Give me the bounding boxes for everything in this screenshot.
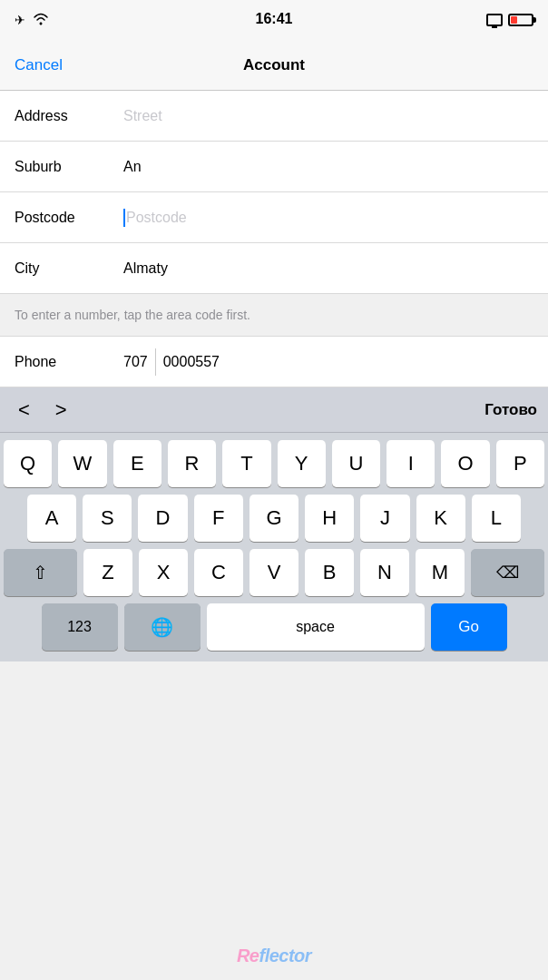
key-s[interactable]: S xyxy=(83,495,132,542)
battery-body xyxy=(508,14,533,26)
keyboard-toolbar: < > Готово xyxy=(0,387,548,433)
cancel-button[interactable]: Cancel xyxy=(15,56,63,74)
status-bar: ✈ 16:41 xyxy=(0,0,548,40)
keyboard-next-button[interactable]: > xyxy=(48,397,74,424)
key-c[interactable]: C xyxy=(194,549,243,596)
city-label: City xyxy=(15,260,123,277)
keyboard-row-2: A S D F G H J K L xyxy=(4,495,544,542)
key-h[interactable]: H xyxy=(305,495,354,542)
key-t[interactable]: T xyxy=(222,440,270,487)
key-n[interactable]: N xyxy=(360,549,409,596)
phone-number[interactable]: 0000557 xyxy=(163,354,220,370)
key-e[interactable]: E xyxy=(113,440,161,487)
suburb-value[interactable]: An xyxy=(123,159,533,175)
key-x[interactable]: X xyxy=(139,549,188,596)
key-v[interactable]: V xyxy=(250,549,298,596)
nav-bar: Cancel Account xyxy=(0,40,548,91)
phone-row[interactable]: Phone 707 0000557 xyxy=(0,337,548,387)
key-numbers[interactable]: 123 xyxy=(42,603,118,651)
suburb-row[interactable]: Suburb An xyxy=(0,142,548,192)
key-y[interactable]: Y xyxy=(278,440,326,487)
address-label: Address xyxy=(15,108,123,124)
battery-icon xyxy=(508,14,533,26)
keyboard-row-3: ⇧ Z X C V B N M ⌫ xyxy=(4,549,544,596)
key-o[interactable]: O xyxy=(441,440,489,487)
address-row[interactable]: Address Street xyxy=(0,91,548,142)
watermark-area: Reflector xyxy=(0,942,548,969)
suburb-label: Suburb xyxy=(15,159,123,175)
key-delete[interactable]: ⌫ xyxy=(471,549,544,596)
status-left-icons: ✈ xyxy=(15,13,49,28)
key-b[interactable]: B xyxy=(305,549,354,596)
phone-divider xyxy=(155,348,156,376)
status-time: 16:41 xyxy=(256,11,293,27)
hint-section: To enter a number, tap the area code fir… xyxy=(0,294,548,337)
key-globe[interactable]: 🌐 xyxy=(124,603,201,651)
phone-area-code[interactable]: 707 xyxy=(123,354,148,370)
key-p[interactable]: P xyxy=(496,440,544,487)
key-m[interactable]: M xyxy=(416,549,465,596)
key-l[interactable]: L xyxy=(472,495,521,542)
city-row[interactable]: City Almaty xyxy=(0,243,548,294)
postcode-label: Postcode xyxy=(15,210,123,226)
page-title: Account xyxy=(243,56,305,74)
status-right-icons xyxy=(486,14,533,26)
key-space[interactable]: space xyxy=(207,603,425,651)
form-container: Address Street Suburb An Postcode Postco… xyxy=(0,91,548,294)
key-g[interactable]: G xyxy=(250,495,298,542)
key-j[interactable]: J xyxy=(360,495,409,542)
battery-fill xyxy=(511,16,517,24)
postcode-value[interactable]: Postcode xyxy=(123,209,187,227)
keyboard-row-bottom: 123 🌐 space Go xyxy=(4,603,544,651)
city-value[interactable]: Almaty xyxy=(123,260,533,277)
keyboard: Q W E R T Y U I O P A S D F G H J K L ⇧ … xyxy=(0,433,548,662)
keyboard-row-1: Q W E R T Y U I O P xyxy=(4,440,544,487)
key-w[interactable]: W xyxy=(58,440,106,487)
keyboard-prev-button[interactable]: < xyxy=(11,397,37,424)
reflector-watermark: Reflector xyxy=(237,946,311,966)
key-r[interactable]: R xyxy=(168,440,216,487)
postcode-placeholder: Postcode xyxy=(126,210,187,226)
key-f[interactable]: F xyxy=(194,495,243,542)
key-d[interactable]: D xyxy=(138,495,187,542)
key-shift[interactable]: ⇧ xyxy=(4,549,77,596)
screen-icon xyxy=(486,14,503,26)
text-cursor xyxy=(123,209,125,227)
hint-text: To enter a number, tap the area code fir… xyxy=(15,308,250,322)
phone-label: Phone xyxy=(15,354,123,370)
postcode-row[interactable]: Postcode Postcode xyxy=(0,192,548,243)
key-i[interactable]: I xyxy=(387,440,435,487)
key-z[interactable]: Z xyxy=(83,549,132,596)
address-value[interactable]: Street xyxy=(123,108,162,124)
wifi-icon xyxy=(33,13,49,28)
key-a[interactable]: A xyxy=(27,495,76,542)
key-u[interactable]: U xyxy=(332,440,380,487)
key-go[interactable]: Go xyxy=(431,603,507,651)
keyboard-nav-buttons: < > xyxy=(11,397,74,424)
key-k[interactable]: K xyxy=(416,495,465,542)
airplane-icon: ✈ xyxy=(15,13,25,27)
keyboard-done-button[interactable]: Готово xyxy=(484,401,537,419)
key-q[interactable]: Q xyxy=(4,440,52,487)
